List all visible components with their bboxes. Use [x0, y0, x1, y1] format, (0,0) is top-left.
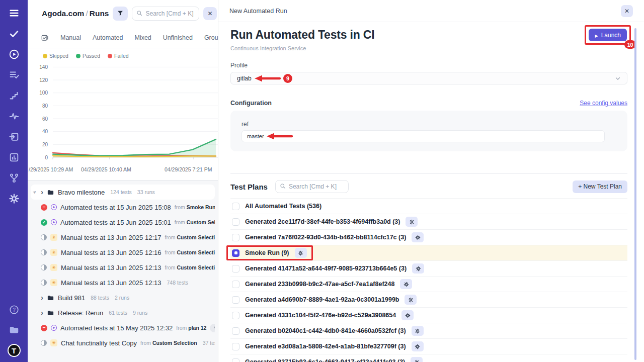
plan-checkbox[interactable]	[232, 296, 239, 304]
logo-avatar[interactable]: T	[8, 344, 21, 357]
ref-input[interactable]	[242, 130, 605, 142]
check-icon[interactable]	[8, 28, 20, 40]
branch-icon[interactable]	[8, 172, 20, 184]
plan-settings-icon[interactable]	[406, 217, 418, 227]
folder-name: Build 981	[58, 294, 85, 302]
plan-checkbox[interactable]	[232, 203, 239, 210]
run-row[interactable]: Manual tests at 13 Jun 2025 12:16 from C…	[31, 245, 215, 260]
plan-settings-icon[interactable]	[400, 279, 412, 289]
test-plan-row[interactable]: Generated 4331c104-f5f2-476e-b92d-c529a3…	[230, 308, 627, 323]
runs-search[interactable]	[132, 7, 199, 21]
run-row[interactable]: Manual tests at 13 Jun 2025 12:13 from C…	[31, 260, 215, 275]
menu-icon[interactable]	[8, 7, 20, 19]
select-runs-icon[interactable]	[41, 34, 49, 42]
plan-checkbox[interactable]	[232, 265, 239, 273]
run-folder-row[interactable]: › Release: Rerun 61 tests 9 runs	[31, 305, 215, 320]
run-source: from Custom Selection	[140, 340, 197, 346]
gear-icon[interactable]	[8, 193, 20, 205]
test-plan-row[interactable]: All Automated Tests (536)	[230, 199, 627, 214]
test-plans-search-input[interactable]	[289, 183, 344, 190]
runs-panel-close-button[interactable]: ✕	[203, 7, 217, 20]
chevron-right-icon[interactable]: ›	[41, 188, 43, 196]
folder-tests-count: 88 tests	[91, 295, 109, 301]
nav-rail-bottom: ? T	[8, 304, 21, 357]
run-row[interactable]: Automated tests at 15 Jun 2025 15:08 fro…	[31, 200, 215, 215]
plan-settings-icon[interactable]	[412, 232, 424, 242]
breadcrumb-project[interactable]: Agoda.com	[42, 9, 84, 18]
pulse-icon[interactable]	[8, 110, 20, 122]
new-test-plan-button[interactable]: + New Test Plan	[573, 180, 627, 193]
plan-settings-icon[interactable]	[405, 295, 417, 305]
scrollbar[interactable]	[634, 28, 636, 360]
run-row[interactable]: Manual tests at 13 Jun 2025 12:13 748 te…	[31, 275, 215, 290]
page-title: Run Automated Tests in CI	[230, 28, 627, 42]
plan-settings-icon[interactable]	[412, 263, 424, 274]
plan-settings-icon[interactable]	[412, 326, 424, 336]
tab-manual[interactable]: Manual	[60, 34, 81, 41]
run-folder-row[interactable]: › Build 981 88 tests 2 runs	[31, 290, 215, 305]
x-tick-label: 04/29/2025 7:21 PM	[165, 166, 212, 172]
test-plan-row[interactable]: Generated a4d690b7-8889-4ae1-92aa-0c3001…	[230, 292, 627, 308]
plan-checkbox[interactable]	[232, 281, 239, 288]
help-icon[interactable]: ?	[8, 304, 20, 316]
folder-tests-count: 124 tests	[110, 189, 132, 195]
play-circle-icon[interactable]	[8, 48, 20, 60]
plan-settings-icon[interactable]	[295, 248, 307, 258]
test-plan-list: All Automated Tests (536) Generated 2ce1…	[230, 198, 627, 362]
test-plans-search[interactable]	[275, 180, 349, 193]
profile-select[interactable]: gitlab 9	[230, 72, 627, 84]
test-plan-row[interactable]: Generated 233b0998-b9c2-47ae-a5cf-7ea1af…	[230, 277, 627, 292]
plan-settings-icon[interactable]	[411, 357, 423, 362]
test-plan-row[interactable]: Generated b02040c1-c442-4db0-841e-4660a0…	[230, 323, 627, 339]
filter-button[interactable]	[113, 7, 128, 21]
x-tick-label: 04/29/2025 10:40 AM	[81, 166, 131, 172]
test-plan-row[interactable]: Generated 7a76f022-93d0-434b-b462-bb8114…	[230, 230, 627, 245]
plan-settings-icon[interactable]	[401, 310, 414, 320]
bar-chart-icon[interactable]	[8, 151, 20, 163]
see-config-values-link[interactable]: See config values	[580, 100, 627, 107]
drawer-close-button[interactable]: ✕	[621, 5, 633, 17]
plan-settings-icon[interactable]	[412, 341, 424, 351]
plan-checkbox[interactable]	[232, 358, 239, 362]
folder-nav-icon[interactable]	[8, 324, 20, 336]
run-folder-row[interactable]: ➤ › Bravo milestone 124 tests 33 runs	[31, 185, 215, 200]
run-row[interactable]: Automated tests at 15 May 2025 12:32 fro…	[31, 320, 215, 335]
run-kind-icon	[50, 249, 57, 256]
runs-search-input[interactable]	[145, 10, 195, 17]
launch-button[interactable]: Launch	[589, 29, 627, 41]
test-plan-row[interactable]: Generated e3d08a1a-5808-42e4-a1ab-81bfe3…	[230, 339, 627, 354]
run-kind-icon	[50, 279, 57, 286]
plan-checkbox[interactable]	[232, 327, 239, 335]
plan-label: Generated 2ce11f7d-38ef-44fe-b353-4f694f…	[245, 218, 400, 225]
legend-item: Failed	[108, 53, 129, 59]
import-icon[interactable]	[8, 131, 20, 143]
chevron-right-icon[interactable]: ›	[41, 309, 43, 316]
folder-name: Bravo milestone	[58, 189, 105, 196]
test-plan-row[interactable]: Generated 2ce11f7d-38ef-44fe-b353-4f694f…	[230, 214, 627, 230]
run-tests-count: 37 tests	[203, 340, 215, 346]
plan-checkbox[interactable]	[232, 343, 239, 350]
runs-panel: Agoda.com/Runs ✕ ManualAutomatedMixedUnf…	[28, 0, 218, 362]
plan-checkbox[interactable]	[232, 312, 239, 319]
tab-unfinished[interactable]: Unfinished	[163, 34, 193, 41]
test-plan-row[interactable]: Generated 41471a52-a644-49f7-9085-923713…	[230, 261, 627, 277]
plan-checkbox[interactable]	[232, 249, 239, 257]
test-plan-row[interactable]: Smoke Run (9)	[230, 245, 627, 261]
tab-automated[interactable]: Automated	[93, 34, 123, 41]
run-row[interactable]: Manual tests at 13 Jun 2025 12:17 from C…	[31, 230, 215, 245]
search-icon	[280, 182, 286, 191]
tab-mixed[interactable]: Mixed	[134, 34, 151, 41]
run-name: Chat functinality test Copy	[61, 339, 137, 347]
run-row[interactable]: Chat functinality test Copy from Custom …	[31, 335, 215, 350]
chart-x-axis: /29/2025 10:29 AM 04/29/2025 10:40 AM 04…	[28, 165, 218, 175]
plan-checkbox[interactable]	[232, 234, 239, 241]
plan-checkbox[interactable]	[232, 218, 239, 226]
run-list: ➤ › Bravo milestone 124 tests 33 runs Au…	[28, 180, 218, 362]
run-row[interactable]: Automated tests at 15 Jun 2025 15:01 fro…	[31, 215, 215, 230]
steps-icon[interactable]	[8, 89, 20, 102]
test-plan-row[interactable]: Generated 83715b93-6c1e-4663-9417-ef23a4…	[230, 354, 627, 362]
x-tick-label: /29/2025 10:29 AM	[29, 166, 73, 172]
list-check-icon[interactable]	[8, 69, 20, 81]
run-tag-badge[interactable]: test	[210, 324, 215, 332]
chevron-right-icon[interactable]: ›	[41, 294, 43, 301]
